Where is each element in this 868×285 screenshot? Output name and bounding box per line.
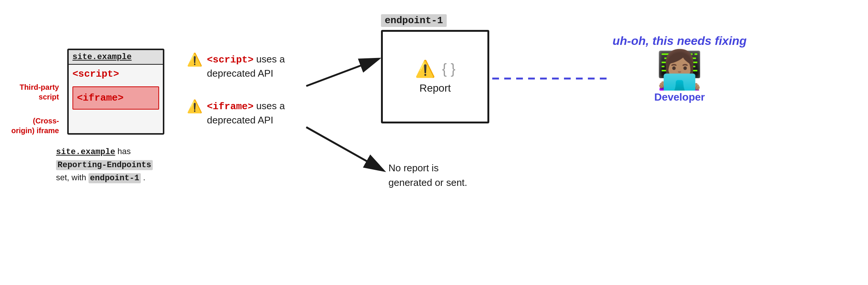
no-report-text: No report isgenerated or sent. — [388, 161, 467, 190]
endpoint-label: endpoint-1 — [381, 14, 447, 27]
warning-iframe: ⚠️ <iframe> uses a deprecated API — [187, 99, 311, 127]
developer-area: uh-oh, this needs fixing 👩🏽‍💻 Developer — [613, 34, 747, 103]
warning-iframe-tag: <iframe> — [207, 101, 254, 112]
bottom-has: has — [115, 147, 131, 156]
site-box-script: <script> — [69, 65, 163, 83]
bottom-reporting-endpoints: Reporting-Endpoints — [56, 160, 153, 170]
site-box-iframe: <iframe> — [72, 86, 159, 110]
developer-label: Developer — [654, 91, 705, 103]
third-party-label: Third-party script — [10, 82, 59, 102]
svg-line-1 — [306, 59, 378, 86]
json-braces-icon: { } — [442, 61, 456, 77]
warning-script: ⚠️ <script> uses a deprecated API — [187, 52, 311, 80]
warnings-area: ⚠️ <script> uses a deprecated API ⚠️ <if… — [187, 52, 311, 127]
developer-emoji: 👩🏽‍💻 — [656, 51, 703, 88]
site-example-box: site.example <script> <iframe> — [67, 49, 164, 135]
cross-origin-label: (Cross-origin) iframe — [10, 116, 59, 135]
warning-triangle-icon: ⚠️ — [415, 59, 435, 79]
warning-script-tag: <script> — [207, 54, 254, 65]
bottom-site-example: site.example — [56, 147, 115, 157]
bottom-endpoint-1: endpoint-1 — [89, 173, 141, 183]
uh-oh-text: uh-oh, this needs fixing — [613, 34, 747, 48]
svg-line-2 — [306, 127, 383, 170]
endpoint-box: ⚠️ { } Report — [381, 30, 489, 123]
warning-text-iframe: <iframe> uses a deprecated API — [207, 99, 311, 127]
site-box-title: site.example — [69, 50, 163, 65]
diagram-container: Third-party script (Cross-origin) iframe… — [0, 0, 868, 285]
endpoint-report-text: Report — [419, 82, 451, 94]
warning-text-script: <script> uses a deprecated API — [207, 52, 311, 80]
warning-icon-script: ⚠️ — [187, 53, 202, 66]
warning-icon-iframe: ⚠️ — [187, 100, 202, 113]
endpoint-icons: ⚠️ { } — [415, 59, 456, 79]
bottom-text: site.example has Reporting-Endpoints set… — [56, 145, 153, 184]
bottom-set-with: set, with — [56, 173, 89, 182]
bottom-period: . — [141, 173, 145, 182]
